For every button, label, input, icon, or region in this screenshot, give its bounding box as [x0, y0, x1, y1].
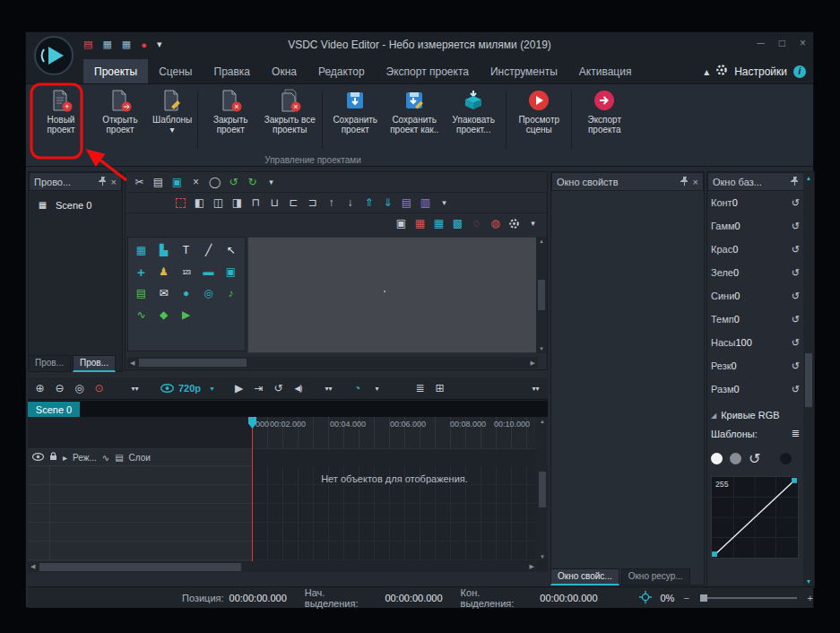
tab-activation[interactable]: Активация: [568, 59, 643, 83]
timeline-ruler[interactable]: 000 00:02.000 00:04.000 00:06.000 00:08.…: [252, 417, 537, 449]
effect-row[interactable]: Разм0↺: [707, 377, 803, 401]
explorer-tab-1[interactable]: Пров...: [28, 355, 71, 372]
line-tool-icon[interactable]: ╱: [197, 239, 220, 261]
torus-tool-icon[interactable]: ◎: [197, 282, 220, 304]
zoom-out-icon[interactable]: ⊖: [51, 380, 68, 397]
resolution-caret-icon[interactable]: ▾: [204, 380, 221, 397]
reset-icon[interactable]: ↺: [792, 314, 800, 325]
redo-icon[interactable]: ↻: [244, 174, 261, 191]
effect-row[interactable]: Гамм0↺: [707, 214, 803, 238]
distribute-h-icon[interactable]: ⊏: [285, 195, 302, 212]
pin-icon[interactable]: [98, 177, 107, 187]
close-panel-icon[interactable]: ×: [693, 177, 698, 187]
play-icon[interactable]: ▶: [230, 380, 247, 397]
collapse-ribbon-icon[interactable]: ▴: [704, 65, 709, 78]
tab-projects[interactable]: Проекты: [83, 59, 148, 83]
camera-icon[interactable]: ⊙: [91, 380, 108, 397]
timeline-hscrollbar[interactable]: ◀ ▶: [28, 561, 537, 572]
preview-scene-button[interactable]: Просмотр сцены: [509, 87, 568, 136]
expand-chevrons-icon[interactable]: ▾▾: [126, 380, 143, 397]
chart-tool-icon[interactable]: ▙: [152, 239, 175, 261]
settings-label[interactable]: Настройки: [734, 65, 787, 78]
visibility-eye-icon[interactable]: [32, 453, 44, 463]
info-icon[interactable]: i: [793, 65, 806, 78]
close-project-button[interactable]: × Закрыть проект: [201, 87, 260, 136]
gray-channel-button[interactable]: [730, 453, 741, 464]
move-tool-icon[interactable]: +: [130, 261, 152, 282]
mode-caret-icon[interactable]: ▸: [63, 453, 67, 463]
reset-icon[interactable]: ↺: [792, 221, 800, 232]
image-tool-icon[interactable]: ▤: [130, 282, 152, 304]
tab-windows[interactable]: Окна: [261, 59, 307, 83]
distribute-v-icon[interactable]: ⊐: [304, 195, 321, 212]
white-channel-button[interactable]: [711, 453, 723, 464]
spline-tool-icon[interactable]: ∿: [130, 304, 152, 325]
pin-icon[interactable]: [790, 177, 799, 187]
minimize-button[interactable]: ─: [757, 37, 765, 49]
crosshair-icon[interactable]: [639, 591, 652, 605]
reset-icon[interactable]: ↺: [792, 337, 800, 349]
snap-b-icon[interactable]: ◍: [487, 215, 504, 232]
effect-row[interactable]: Зеле0↺: [707, 261, 803, 284]
cut-icon[interactable]: ✂: [131, 174, 148, 191]
move-up-icon[interactable]: ↑: [323, 195, 340, 212]
tab-edit[interactable]: Правка: [204, 59, 262, 83]
shape-icon[interactable]: ◯: [206, 174, 223, 191]
snap-a-icon[interactable]: ◌: [468, 215, 485, 232]
pin-icon[interactable]: [680, 177, 688, 187]
ungroup-icon[interactable]: ▦: [411, 215, 429, 232]
pack-project-button[interactable]: Упаковать проект...: [444, 87, 503, 136]
tab-tools[interactable]: Инструменты: [480, 59, 568, 83]
track-gutter[interactable]: [28, 466, 252, 561]
explorer-tab-2[interactable]: Пров...: [73, 355, 116, 372]
view-caret-icon[interactable]: ▾: [524, 215, 541, 232]
layers-b-icon[interactable]: ▥: [417, 195, 434, 212]
timeline-chevrons-icon[interactable]: ▾▾: [527, 380, 544, 397]
app-logo-icon[interactable]: [33, 35, 74, 76]
rectangles-tool-icon[interactable]: ▣: [220, 261, 242, 282]
reset-icon[interactable]: ↺: [792, 267, 800, 279]
reset-icon[interactable]: ↺: [792, 360, 800, 372]
track-grid-icon[interactable]: ⊞: [431, 380, 448, 397]
delete-icon[interactable]: ×: [187, 174, 204, 191]
track-list-icon[interactable]: ≣: [411, 380, 429, 397]
volume-icon[interactable]: ◀): [290, 380, 307, 397]
music-tool-icon[interactable]: ♪: [220, 282, 242, 304]
layers-a-icon[interactable]: ▤: [398, 195, 415, 212]
grid-tool-icon[interactable]: ▦: [130, 239, 152, 261]
grid-snap-icon[interactable]: ▩: [449, 215, 466, 232]
rectangle-tool-icon[interactable]: ▬: [197, 261, 220, 282]
effect-row[interactable]: Темп0↺: [707, 308, 803, 331]
move-down-icon[interactable]: ↓: [342, 195, 359, 212]
templates-row[interactable]: Шаблоны: ≣: [707, 424, 803, 443]
shape-tool-icon[interactable]: ◆: [152, 304, 175, 325]
blocks-icon[interactable]: ▤: [115, 453, 123, 463]
bring-front-icon[interactable]: ⇑: [360, 195, 377, 212]
group-icon[interactable]: ▣: [393, 215, 410, 232]
undo-icon[interactable]: ↺: [225, 174, 242, 191]
copy-icon[interactable]: ▤: [150, 174, 167, 191]
align-top-icon[interactable]: ⊓: [247, 195, 264, 212]
align-center-icon[interactable]: ◫: [210, 195, 227, 212]
effect-row[interactable]: Конт0↺: [707, 191, 803, 214]
save-project-button[interactable]: Сохранить проект: [325, 87, 385, 136]
curve-editor[interactable]: 255: [707, 474, 803, 564]
zoom-in-icon[interactable]: ⊕: [31, 380, 48, 397]
export-project-button[interactable]: Экспорт проекта: [575, 87, 634, 136]
reset-icon[interactable]: ↺: [792, 290, 800, 302]
person-tool-icon[interactable]: ♟: [152, 261, 175, 282]
send-back-icon[interactable]: ⇓: [379, 195, 396, 212]
clock-icon[interactable]: ◔: [349, 380, 366, 397]
effect-row[interactable]: Крас0↺: [707, 238, 803, 261]
cursor-tool-icon[interactable]: ↖: [220, 239, 242, 261]
reset-icon[interactable]: ↺: [792, 384, 800, 395]
timeline-vscrollbar[interactable]: ▴▾: [537, 417, 548, 561]
new-project-button[interactable]: + Новый проект: [31, 87, 91, 136]
selection-frame-icon[interactable]: [176, 198, 186, 208]
zoom-fit-icon[interactable]: ◎: [71, 380, 88, 397]
effect-row[interactable]: Резк0↺: [707, 354, 803, 377]
zoom-slider[interactable]: [700, 597, 797, 599]
scene-canvas[interactable]: [247, 237, 538, 353]
reset-icon[interactable]: ↺: [749, 450, 760, 467]
paste-icon[interactable]: ▣: [169, 174, 186, 191]
